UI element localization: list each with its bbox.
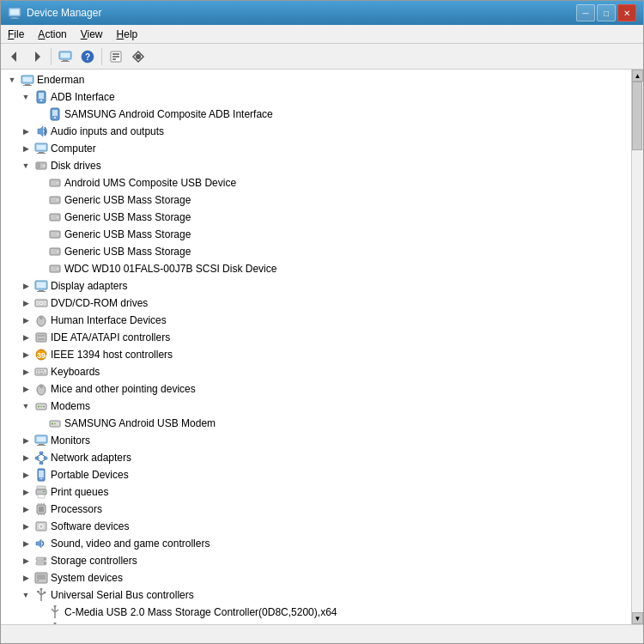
menu-file[interactable]: File <box>1 25 31 43</box>
close-button[interactable]: ✕ <box>617 4 636 21</box>
scroll-thumb[interactable] <box>632 82 642 150</box>
tree-item-disk-drives[interactable]: Disk drives <box>3 157 629 174</box>
svg-rect-32 <box>37 163 40 168</box>
sound-expander[interactable] <box>20 538 32 550</box>
back-button[interactable] <box>4 46 25 67</box>
tree-item-system[interactable]: System devices <box>3 569 629 586</box>
tree-item-usb[interactable]: Universal Serial Bus controllers <box>3 586 629 604</box>
wdc-icon <box>48 262 62 276</box>
computer-expander[interactable] <box>20 143 32 155</box>
tree-item-samsung-adb[interactable]: SAMSUNG Android Composite ADB Interface <box>3 106 629 123</box>
svg-point-23 <box>40 100 42 101</box>
samsung-modem-icon <box>48 416 62 430</box>
software-expander[interactable] <box>20 520 32 532</box>
svg-rect-94 <box>36 489 46 495</box>
menu-help[interactable]: Help <box>110 25 145 43</box>
mice-expander[interactable] <box>20 383 32 395</box>
svg-point-35 <box>56 181 59 185</box>
tree-item-generic-usb-3[interactable]: Generic USB Mass Storage <box>3 226 629 243</box>
tree-view[interactable]: Enderman ADB Interface <box>1 70 631 624</box>
root-expander[interactable] <box>6 74 18 86</box>
modems-expander[interactable] <box>20 400 32 412</box>
tree-item-storage[interactable]: Storage controllers <box>3 552 629 569</box>
tree-item-adb[interactable]: ADB Interface <box>3 88 629 106</box>
keyboards-expander[interactable] <box>20 366 32 378</box>
svg-rect-91 <box>39 471 44 477</box>
forward-button[interactable] <box>27 46 47 67</box>
minimize-button[interactable]: ─ <box>576 4 595 21</box>
storage-expander[interactable] <box>20 555 32 567</box>
menu-view[interactable]: View <box>74 25 110 43</box>
scroll-track[interactable] <box>632 82 643 612</box>
computer-label: Computer <box>51 141 96 156</box>
tree-item-keyboards[interactable]: Keyboards <box>3 363 629 380</box>
svg-rect-47 <box>37 283 46 288</box>
tree-item-android-ums[interactable]: Android UMS Composite USB Device <box>3 174 629 191</box>
dvd-expander[interactable] <box>20 297 32 309</box>
svg-rect-25 <box>52 110 58 116</box>
tree-root[interactable]: Enderman <box>3 71 629 88</box>
scrollbar[interactable]: ▲ ▼ <box>631 70 643 624</box>
svg-text:?: ? <box>85 52 90 62</box>
menu-action[interactable]: Action <box>31 25 73 43</box>
svg-rect-8 <box>63 60 68 61</box>
scan-button[interactable] <box>128 46 149 67</box>
portable-label: Portable Devices <box>51 467 129 483</box>
tree-item-generic-usb-1[interactable]: Generic USB Mass Storage <box>3 191 629 209</box>
portable-expander[interactable] <box>20 469 32 481</box>
tree-item-audio[interactable]: Audio inputs and outputs <box>3 123 629 140</box>
ide-expander[interactable] <box>20 331 32 343</box>
tree-item-print[interactable]: Print queues <box>3 483 629 501</box>
print-expander[interactable] <box>20 486 32 498</box>
scroll-down-button[interactable]: ▼ <box>632 612 643 624</box>
tree-item-computer[interactable]: Computer <box>3 140 629 157</box>
tree-item-samsung-modem[interactable]: SAMSUNG Android USB Modem <box>3 415 629 432</box>
svg-point-33 <box>42 164 46 167</box>
svg-rect-85 <box>39 462 43 465</box>
tree-item-software[interactable]: Software devices <box>3 518 629 535</box>
system-expander[interactable] <box>20 572 32 584</box>
tree-item-generic-usb-2[interactable]: Generic USB Mass Storage <box>3 209 629 226</box>
svg-point-52 <box>40 302 42 304</box>
tree-item-wdc[interactable]: WDC WD10 01FALS-00J7B SCSI Disk Device <box>3 260 629 277</box>
display-expander[interactable] <box>20 280 32 292</box>
network-expander[interactable] <box>20 452 32 464</box>
tree-item-ide[interactable]: IDE ATA/ATAPI controllers <box>3 329 629 346</box>
audio-expander[interactable] <box>20 125 32 137</box>
help-topics-button[interactable]: ? <box>77 46 98 67</box>
tree-item-processors[interactable]: Processors <box>3 501 629 518</box>
svg-line-87 <box>41 454 46 457</box>
tree-item-display[interactable]: Display adapters <box>3 277 629 295</box>
disk-expander[interactable] <box>20 160 32 172</box>
computer-management-button[interactable] <box>55 46 76 67</box>
tree-item-cmedia[interactable]: C-Media USB 2.0 Mass Storage Controller(… <box>3 604 629 621</box>
usb-expander[interactable] <box>20 589 32 601</box>
ide-icon <box>34 331 48 344</box>
menu-help-label: Help <box>117 28 138 40</box>
tree-item-dvd[interactable]: DVD/CD-ROM drives <box>3 295 629 312</box>
tree-item-monitors[interactable]: Monitors <box>3 432 629 449</box>
tree-item-generic-usb-4[interactable]: Generic USB Mass Storage <box>3 243 629 260</box>
samsung-adb-label: SAMSUNG Android Composite ADB Interface <box>64 106 273 122</box>
properties-button[interactable] <box>106 46 126 67</box>
svg-point-72 <box>38 406 39 408</box>
generic-usb-4-icon <box>48 245 62 258</box>
dvd-label: DVD/CD-ROM drives <box>51 295 148 311</box>
tree-item-modems[interactable]: Modems <box>3 398 629 415</box>
ieee-expander[interactable] <box>20 349 32 361</box>
svg-point-16 <box>136 54 141 59</box>
monitors-expander[interactable] <box>20 434 32 447</box>
hid-expander[interactable] <box>20 314 32 326</box>
tree-item-mice[interactable]: Mice and other pointing devices <box>3 380 629 398</box>
processors-expander[interactable] <box>20 503 32 515</box>
tree-item-portable[interactable]: Portable Devices <box>3 466 629 483</box>
svg-point-45 <box>56 267 59 270</box>
maximize-button[interactable]: □ <box>597 4 616 21</box>
adb-expander[interactable] <box>20 91 32 103</box>
tree-item-network[interactable]: Network adapters <box>3 449 629 466</box>
tree-item-hid[interactable]: Human Interface Devices <box>3 312 629 329</box>
tree-item-sound[interactable]: Sound, video and game controllers <box>3 535 629 552</box>
tree-item-ieee[interactable]: 1394 IEEE 1394 host controllers <box>3 346 629 363</box>
scroll-up-button[interactable]: ▲ <box>632 70 643 82</box>
generic-usb-3-label: Generic USB Mass Storage <box>64 227 191 242</box>
